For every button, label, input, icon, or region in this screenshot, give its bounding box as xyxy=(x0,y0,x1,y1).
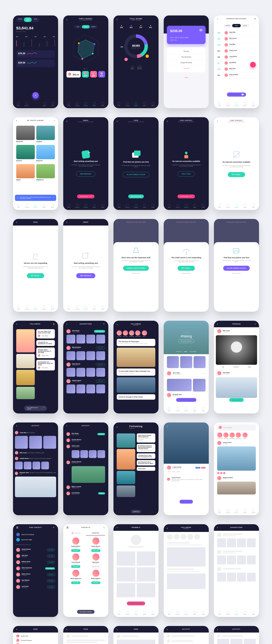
follow-btn[interactable]: FOLLOW xyxy=(91,549,100,552)
album[interactable]: Micronesia13 photo xyxy=(16,126,35,143)
follow-btn[interactable]: FOLLOW xyxy=(96,363,105,366)
nav-feed[interactable]: FEED xyxy=(16,102,21,106)
close-link[interactable]: Close xyxy=(164,76,209,80)
new-msg-btn[interactable]: NEW MESSAGE xyxy=(76,171,95,176)
allow-camera-btn[interactable]: ALLOW CAMERA ACCESS xyxy=(223,266,250,271)
back-icon[interactable]: ‹ xyxy=(167,425,168,428)
nav-feed[interactable]: FEED xyxy=(16,204,22,208)
remind-link[interactable]: Remind me later xyxy=(117,273,155,274)
nav-inbox[interactable]: INBOX xyxy=(42,102,48,106)
menu-icon[interactable]: ☰ xyxy=(16,526,18,529)
fab-pink[interactable] xyxy=(250,62,256,68)
new-msg-btn[interactable]: NEW MESSAGE xyxy=(76,273,95,278)
back-icon[interactable]: ‹ xyxy=(217,323,218,325)
try-again-btn[interactable]: TRY AGAIN… xyxy=(228,172,245,177)
back-icon[interactable]: ‹ xyxy=(117,323,118,326)
tx-row[interactable]: +$24Paul MillsPayment xyxy=(217,42,256,48)
album[interactable]: Algeria11 photo xyxy=(16,164,35,182)
camera-pill[interactable]: Allow camera access xyxy=(128,194,144,198)
nav-people[interactable]: PEOPLE xyxy=(33,204,38,208)
back-icon[interactable]: ‹ xyxy=(117,526,118,529)
like-btn[interactable]: Like xyxy=(222,366,224,368)
nav-inbox[interactable]: INBOX xyxy=(142,102,148,106)
enable-notif-btn[interactable]: ENABLE NOTIFICATIONS xyxy=(123,266,149,271)
try-again-btn[interactable]: TRY AGAIN… xyxy=(27,273,44,278)
matching-button[interactable]: Matching transactions3 xyxy=(227,92,246,96)
person[interactable]: Tom Castle xyxy=(217,432,222,439)
period-pills[interactable]: TRADE THIS WEEK YEAR xyxy=(16,18,40,22)
nav-more[interactable]: MORE xyxy=(100,102,106,106)
nav-photos[interactable]: PHOTOS xyxy=(24,204,30,208)
search-icon[interactable]: 🔍 xyxy=(53,527,55,528)
follow-btn[interactable]: FOLLOW xyxy=(96,346,105,350)
activity-row[interactable]: Dale HoganShared new linkSEARCH xyxy=(66,431,105,437)
try-again-btn[interactable]: TRY AGAIN… xyxy=(178,266,195,271)
fab-add[interactable]: + xyxy=(32,92,39,98)
conn-error[interactable]: Connection error#2911 xyxy=(178,194,195,198)
person[interactable]: Steven... xyxy=(242,432,248,439)
nav-feed[interactable]: FEED xyxy=(66,102,72,106)
nav-more[interactable]: MORE xyxy=(50,102,56,106)
quick-look[interactable]: Quick look xyxy=(131,510,141,513)
dots-icon[interactable]: ⋯ xyxy=(254,331,256,332)
back-icon[interactable]: ‹ xyxy=(217,120,218,122)
nav-feed[interactable]: FEED xyxy=(216,102,222,106)
back-icon[interactable]: ‹ xyxy=(16,323,17,325)
follow-btn[interactable]: FOLLOW xyxy=(71,582,80,584)
search-icon[interactable]: 🔍 xyxy=(103,527,105,528)
follow-btn[interactable]: FOLLOW xyxy=(71,549,80,552)
activity-row[interactable]: Andre LyonsAdded 4 pictures xyxy=(66,443,105,450)
pill-week[interactable]: THIS WEEK xyxy=(24,18,32,22)
follow-btn[interactable]: FOLLOW xyxy=(47,574,55,576)
back-icon[interactable]: ‹ xyxy=(66,18,68,21)
person[interactable]: Steven... xyxy=(142,330,147,337)
back-icon[interactable]: ‹ xyxy=(167,527,168,530)
follow-btn[interactable]: FOLLOW xyxy=(47,580,55,582)
nav-photos[interactable]: PHOTOS xyxy=(125,102,130,106)
tx-row[interactable]: -$33Edna SchmidtPayment xyxy=(217,72,256,78)
back-icon[interactable]: ‹ xyxy=(16,221,17,224)
share-btn[interactable]: Share xyxy=(248,366,251,368)
new-post-toast[interactable]: New post available xyxy=(229,398,244,402)
follow-btn[interactable]: FOLLOWING xyxy=(94,330,105,333)
pill[interactable]: DAY xyxy=(74,25,82,28)
nav-inbox[interactable]: INBOX xyxy=(41,204,47,208)
back-icon[interactable]: ‹ xyxy=(167,120,168,122)
allow-camera-btn[interactable]: ALLOW CAMERA ACCESS xyxy=(122,172,150,177)
pill-year[interactable]: YEAR xyxy=(32,18,40,22)
notif-pill[interactable]: Get notifications back on track xyxy=(176,398,196,402)
person[interactable]: Tom Castle xyxy=(117,330,122,337)
nav-photos[interactable]: PHOTOS xyxy=(225,102,231,106)
nav-photos[interactable]: PHOTOS xyxy=(74,102,80,106)
back-icon[interactable]: ‹ xyxy=(217,18,218,20)
album[interactable]: Monserrat14 photo xyxy=(36,145,55,162)
back-icon[interactable]: ‹ xyxy=(66,120,68,122)
follow-btn[interactable]: FOLLOWING xyxy=(45,567,55,570)
bell-icon[interactable]: 🔔 xyxy=(53,323,55,325)
plus-icon[interactable]: + xyxy=(54,120,55,121)
tx-row[interactable]: -$35Laura BurkePayment xyxy=(217,54,256,60)
card-opt[interactable]: View transactions xyxy=(167,54,206,60)
back-icon[interactable]: ‹ xyxy=(117,120,118,122)
activity-row[interactable]: Gordon Hansonliked 2 pictures xyxy=(66,459,105,466)
import-fb[interactable]: fImport from Facebook xyxy=(16,533,55,536)
pill-trade[interactable]: TRADE xyxy=(16,18,24,22)
back-icon[interactable]: ‹ xyxy=(66,221,68,224)
card-opt-lock[interactable]: Lock card xyxy=(167,66,206,71)
card-opt[interactable]: Edit card xyxy=(167,48,206,54)
share-icon[interactable]: ↗ xyxy=(254,323,256,325)
tx-row[interactable]: +$1Ian BallardOffer xyxy=(217,60,256,66)
remind-link[interactable]: Remind me later xyxy=(167,273,206,274)
back-icon[interactable]: ‹ xyxy=(66,323,68,325)
activity-row[interactable]: Gordon HansonShared new link xyxy=(66,437,105,443)
follow-btn[interactable]: FOLLOW xyxy=(47,549,55,551)
person[interactable]: Habib Albathe xyxy=(135,330,141,337)
menu-icon[interactable]: ☰ xyxy=(66,526,69,529)
follow-btn[interactable]: FOLLOW xyxy=(47,561,55,564)
person[interactable]: Riley Briggs xyxy=(230,432,235,439)
tab-requests[interactable]: 2REQUESTS xyxy=(66,531,86,536)
follow-btn[interactable]: FOLLOW xyxy=(71,565,80,568)
album[interactable]: Paraguay16 photo xyxy=(36,126,55,143)
toast[interactable]: Your profile has been updated✕ xyxy=(24,406,47,411)
tx-row[interactable]: -$36Travis LloydPayment xyxy=(217,48,256,54)
